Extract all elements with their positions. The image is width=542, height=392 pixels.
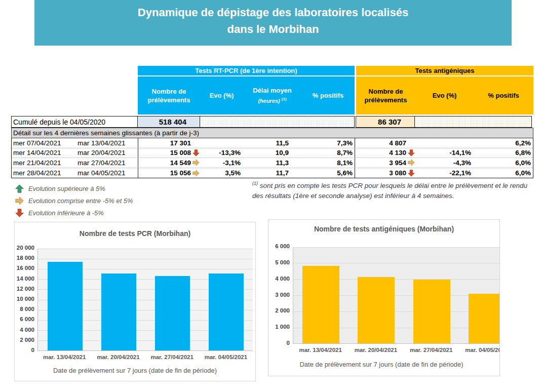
table-row: mer 21/04/2021mar 27/04/2021 14 549 -3,1… <box>12 158 533 168</box>
ag-count: 3 954 <box>389 159 406 167</box>
table-row: mer 07/04/2021mar 13/04/2021 17 301 11,5… <box>12 138 533 148</box>
x-axis-tick-label: mar. 20/04/2021 <box>348 347 403 355</box>
cumulative-ag-value: 86 307 <box>356 116 415 128</box>
x-axis-tick-label: mar. 04/05/2021 <box>199 354 253 362</box>
footnote-text: sont pris en compte les tests PCR pour l… <box>252 182 527 200</box>
ag-count: 4 130 <box>389 149 406 156</box>
y-axis-tick-label: 4 000 <box>269 276 290 282</box>
pcr-delay: 10,9 <box>244 148 302 158</box>
pcr-delay: 11,5 <box>244 138 302 148</box>
chart-title: Nombre de tests PCR (Morbihan) <box>15 229 255 241</box>
dashboard: Dynamique de dépistage des laboratoires … <box>0 0 542 392</box>
y-axis-tick-label: 5 000 <box>269 259 290 265</box>
y-axis-tick-label: 18 000 <box>15 255 34 261</box>
cumulative-pcr-value: 518 404 <box>138 116 200 128</box>
chart-title: Nombre de tests antigéniques (Morbihan) <box>268 225 499 236</box>
gridline <box>293 247 500 248</box>
x-axis-title: Date de prélèvement sur 7 jours (date de… <box>15 367 255 374</box>
pcr-positive-rate: 7,3% <box>302 138 355 148</box>
ag-positive-rate: 6,8% <box>474 148 533 158</box>
pcr-delay: 11,3 <box>244 158 302 168</box>
arrow-up-icon <box>15 184 28 193</box>
legend-item: Evolution inférieure à -5% <box>15 207 133 219</box>
bar <box>209 273 244 350</box>
date-end: mar 04/05/2021 <box>67 169 138 177</box>
pcr-col-evo: Evo (%) <box>200 76 243 114</box>
ag-evo: -14,1% <box>416 148 474 158</box>
ag-count: 3 080 <box>389 169 406 177</box>
trend-arrow-icon <box>406 149 416 156</box>
legend-label: Evolution inférieure à -5% <box>28 209 104 217</box>
y-axis-tick-label: 12 000 <box>15 286 34 292</box>
x-axis-tick-label: mar. 20/04/2021 <box>91 354 145 362</box>
pcr-count: 15 056 <box>170 169 191 177</box>
date-start: mer 21/04/2021 <box>12 159 67 167</box>
bar <box>155 276 190 350</box>
trend-arrow-icon <box>191 149 201 156</box>
cumulative-row: Cumulé depuis le 04/05/2020 518 404 86 3… <box>11 116 533 128</box>
date-start: mer 28/04/2021 <box>12 169 67 177</box>
pcr-col-delay-main: Délai moyen <box>253 86 292 95</box>
ag-count: 4 807 <box>389 139 406 147</box>
bar <box>101 273 136 350</box>
ag-section-title: Tests antigéniques <box>356 66 533 75</box>
bar <box>48 262 83 350</box>
gridline <box>38 249 253 249</box>
page-title-banner: Dynamique de dépistage des laboratoires … <box>34 0 512 46</box>
date-end: mar 20/04/2021 <box>67 149 138 156</box>
y-axis-tick-label: 3 000 <box>269 292 290 298</box>
data-rows: mer 07/04/2021mar 13/04/2021 17 301 11,5… <box>11 138 533 178</box>
pcr-evo: -13,3% <box>201 148 244 158</box>
arrow-down-icon <box>15 209 28 217</box>
bar <box>469 294 500 343</box>
y-axis-tick-label: 14 000 <box>15 276 34 282</box>
pcr-delay: 11,7 <box>244 168 302 178</box>
page-title-line2: dans le Morbihan <box>34 21 512 37</box>
ag-hatch-fill <box>415 116 532 128</box>
pcr-evo <box>201 138 244 148</box>
pcr-col-delay: Délai moyen (heures) (1) <box>243 76 301 114</box>
bar <box>302 266 339 343</box>
trend-arrow-icon <box>191 170 201 177</box>
x-axis-tick-label: mar. 27/04/2021 <box>145 354 199 362</box>
y-axis-tick-label: 2 000 <box>269 307 290 313</box>
pcr-positive-rate: 8,7% <box>302 148 355 158</box>
y-axis-tick-label: 4 000 <box>15 327 34 333</box>
trend-arrow-icon <box>406 159 416 166</box>
date-start: mer 07/04/2021 <box>12 139 67 147</box>
footnote: (1) sont pris en compte les tests PCR po… <box>252 180 538 202</box>
plot-area: 02 0004 0006 0008 00010 00012 00014 0001… <box>37 249 253 351</box>
gridline <box>293 263 500 263</box>
pcr-col-samples: Nombre de prélèvements <box>138 76 200 114</box>
y-axis-tick-label: 6 000 <box>269 243 290 249</box>
pcr-positive-rate: 5,6% <box>302 168 355 178</box>
bar <box>413 280 450 343</box>
trend-legend: Evolution supérieure à 5% Evolution comp… <box>15 182 133 219</box>
date-end: mar 13/04/2021 <box>67 139 138 147</box>
pcr-positive-rate: 8,1% <box>302 158 355 168</box>
cumulative-label: Cumulé depuis le 04/05/2020 <box>11 116 138 128</box>
trend-arrow-icon <box>191 159 201 166</box>
y-axis-tick-label: 6 000 <box>15 316 34 322</box>
ag-col-samples: Nombre de prélèvements <box>356 76 415 114</box>
detail-band: Détail sur les 4 dernières semaines glis… <box>11 128 533 138</box>
date-start: mer 14/04/2021 <box>12 149 67 156</box>
y-axis-tick-label: 16 000 <box>15 265 34 271</box>
gridline <box>38 259 253 259</box>
pcr-hatch-fill <box>200 116 355 128</box>
ag-col-evo: Evo (%) <box>415 76 474 114</box>
ag-positive-rate: 6,0% <box>474 168 533 178</box>
pcr-section-title: Tests RT-PCR (de 1ère intention) <box>138 66 355 75</box>
ag-bar-chart: Nombre de tests antigéniques (Morbihan)0… <box>268 219 500 376</box>
y-axis-tick-label: 10 000 <box>15 296 34 302</box>
bar <box>358 277 395 343</box>
footnote-marker: (1) <box>252 181 258 186</box>
legend-item: Evolution supérieure à 5% <box>15 182 133 194</box>
legend-item: Evolution comprise entre -5% et 5% <box>15 194 133 207</box>
table-row: mer 28/04/2021mar 04/05/2021 15 056 3,5%… <box>12 168 533 178</box>
date-end: mar 27/04/2021 <box>67 159 138 167</box>
page-title-line1: Dynamique de dépistage des laboratoires … <box>34 4 512 21</box>
ag-evo: -4,3% <box>416 158 474 168</box>
y-axis-tick-label: 8 000 <box>15 306 34 312</box>
y-axis-tick-label: 2 000 <box>15 337 34 343</box>
